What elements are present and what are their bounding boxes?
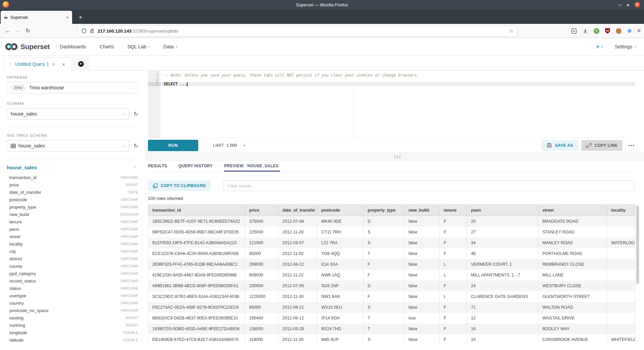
ublock-shield-icon[interactable]: U0	[605, 28, 610, 34]
browser-tab[interactable]: ∞ Superset ×	[1, 11, 72, 24]
pane-divider[interactable]	[145, 152, 644, 161]
cell-date-of-transfer: 2012-11-30	[278, 291, 317, 302]
limit-dropdown[interactable]: LIMIT: 1 000 ▾	[213, 143, 245, 148]
column-header[interactable]: price	[245, 205, 278, 216]
tab-preview[interactable]: PREVIEW: `HOUSE_SALES`	[224, 161, 280, 171]
column-name: locality	[9, 242, 23, 247]
back-icon[interactable]: ←	[3, 28, 13, 34]
cell-street: WAGTAIL DRIVE	[538, 313, 607, 323]
column-row: locality VARCHAR	[7, 240, 138, 248]
url-bar[interactable]: 217.160.120.143:32393/superset/sqllab/ ☆	[78, 26, 517, 36]
new-tab-button[interactable]: +	[75, 12, 86, 23]
insecure-lock-icon[interactable]	[90, 28, 95, 34]
copy-link-button[interactable]: COPY LINK	[581, 140, 623, 151]
column-name: price	[9, 182, 19, 187]
copy-icon	[153, 183, 158, 188]
run-button[interactable]: RUN	[148, 140, 198, 151]
url-text[interactable]: 217.160.120.143:32393/superset/sqllab/	[98, 29, 506, 34]
asterisk-extension-icon[interactable]: ✻	[627, 28, 632, 34]
cell-street: BODLEY WAY	[538, 323, 607, 334]
privacy-extension-icon[interactable]: Y	[594, 28, 599, 34]
column-type: VARCHAR	[120, 234, 138, 238]
table-header-row: transaction_idpricedate_of_transferpostc…	[148, 205, 635, 216]
column-header[interactable]: locality	[607, 205, 635, 216]
browser-tabstrip: ∞ Superset × +	[0, 9, 644, 24]
editor-code-area[interactable]: -- Note: Unless you save your query, the…	[160, 71, 635, 138]
url-path: :32393/superset/sqllab/	[131, 29, 178, 34]
table-title[interactable]: house_sales	[7, 165, 37, 170]
column-row: paon VARCHAR	[7, 225, 138, 233]
query-tab-close-icon[interactable]: ×	[62, 61, 65, 67]
add-query-tab-button[interactable]: +	[73, 57, 89, 71]
tracking-shield-icon[interactable]	[82, 28, 87, 34]
column-name: longitude	[9, 330, 27, 335]
pocket-icon[interactable]	[571, 28, 577, 34]
tab-results[interactable]: RESULTS	[148, 161, 167, 171]
cell-date-of-transfer: 2012-07-06	[278, 216, 317, 227]
cell-transaction-id: 1B5C39ED-BE7F-41EF-9E71-9C60EED74A22	[148, 216, 245, 227]
column-header[interactable]: property_type	[364, 205, 405, 216]
save-as-button[interactable]: SAVE AS	[542, 140, 578, 151]
sidebar-divider	[7, 127, 138, 127]
settings-menu[interactable]: Settings▾	[615, 44, 636, 49]
refresh-schema-icon[interactable]: ↻	[133, 111, 138, 117]
collapse-chevron-up-icon[interactable]	[133, 166, 137, 170]
nav-data[interactable]: Data▾	[163, 44, 177, 49]
cell-locality	[607, 280, 635, 291]
column-header[interactable]: postcode	[317, 205, 364, 216]
column-header[interactable]: transaction_id	[148, 205, 245, 216]
window-chevron-icon[interactable]	[618, 2, 622, 6]
cookie-extension-icon[interactable]	[616, 28, 622, 34]
copy-to-clipboard-button[interactable]: COPY TO CLIPBOARD	[148, 180, 211, 191]
link-icon	[586, 143, 592, 148]
cell-postcode: WS10 0EU	[317, 302, 364, 313]
add-new-button[interactable]: +▾	[596, 43, 602, 50]
table-select[interactable]: house_sales	[7, 140, 129, 151]
downloads-icon[interactable]	[583, 28, 588, 34]
cell-price: 121000	[245, 237, 278, 248]
column-header[interactable]: tenure	[440, 205, 467, 216]
window-diamond-icon[interactable]: ◆	[627, 3, 629, 7]
column-header[interactable]: new_build	[405, 205, 440, 216]
cell-property-type: F	[364, 291, 405, 302]
reload-icon[interactable]: ↻	[23, 28, 33, 34]
tab-query-history[interactable]: QUERY HISTORY	[178, 161, 213, 171]
cell-postcode: IP14 5GH	[317, 313, 364, 323]
more-options-icon[interactable]: •••	[628, 143, 635, 148]
cell-price: 375000	[245, 216, 278, 227]
column-header[interactable]: date_of_transfer	[278, 205, 317, 216]
column-type: DOUBLE	[123, 331, 138, 335]
schema-select-value: house_sales	[11, 111, 37, 117]
plus-circle-icon: +	[78, 61, 84, 67]
column-type: VARCHAR	[120, 205, 138, 209]
nav-charts[interactable]: Charts	[100, 44, 114, 49]
column-type: BIGINT	[126, 183, 138, 187]
schema-select[interactable]: house_sales	[7, 108, 129, 120]
tab-close-icon[interactable]: ×	[66, 15, 69, 20]
query-tab[interactable]: ⋮ Untitled Query 1 ×	[4, 57, 72, 71]
cell-postcode: BS24 7HD	[317, 323, 364, 334]
filter-results-input[interactable]	[223, 180, 635, 191]
nav-sql-lab[interactable]: SQL Lab▾	[127, 44, 150, 49]
refresh-table-icon[interactable]: ↻	[133, 143, 138, 149]
cell-tenure: L	[440, 259, 467, 270]
table-row: 193907D3-5DBD-453D-A49E-9FEE27DAB926 138…	[148, 323, 635, 334]
cell-price: 225000	[245, 227, 278, 237]
cell-locality	[607, 313, 635, 323]
superset-logo[interactable]: Superset	[5, 42, 50, 51]
window-close-icon[interactable]: ×	[635, 2, 640, 7]
sql-editor[interactable]: 1 2 3 -- Note: Unless you save your quer…	[148, 71, 635, 138]
nav-dashboards[interactable]: Dashboards	[60, 44, 86, 49]
column-header[interactable]: street	[538, 205, 607, 216]
column-name: new_build	[9, 212, 29, 217]
database-select[interactable]: trino Trino warehouse	[7, 82, 138, 93]
column-header[interactable]: paon	[467, 205, 538, 216]
drag-handle-icon[interactable]	[394, 156, 396, 157]
bookmark-star-icon[interactable]: ☆	[509, 28, 514, 34]
column-row: property_type VARCHAR	[7, 203, 138, 211]
forward-icon[interactable]: →	[13, 28, 23, 34]
cell-tenure: L	[440, 270, 467, 280]
vertical-scrollbar[interactable]	[636, 206, 639, 284]
drag-grip-icon[interactable]: ⋮	[8, 62, 12, 67]
hamburger-menu-icon[interactable]: ≡	[637, 28, 641, 34]
